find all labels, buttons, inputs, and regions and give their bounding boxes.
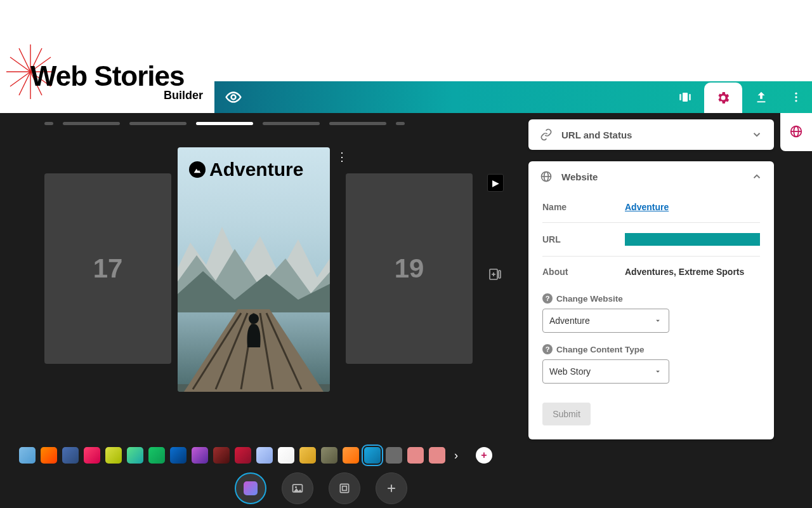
svg-rect-31 bbox=[499, 271, 501, 278]
svg-point-19 bbox=[795, 100, 797, 102]
svg-point-33 bbox=[295, 486, 297, 488]
swatch[interactable] bbox=[84, 447, 100, 464]
page-options[interactable]: ⋮ bbox=[336, 150, 349, 164]
url-status-section[interactable]: URL and Status bbox=[528, 119, 774, 150]
page-timeline[interactable] bbox=[44, 122, 405, 125]
swatch[interactable] bbox=[429, 447, 445, 464]
more-menu[interactable] bbox=[780, 81, 812, 113]
svg-rect-15 bbox=[689, 94, 691, 100]
svg-line-8 bbox=[10, 72, 30, 86]
svg-rect-35 bbox=[343, 486, 347, 491]
about-value: Adventures, Extreme Sports bbox=[625, 267, 760, 277]
change-content-select[interactable]: Web Story bbox=[542, 359, 669, 384]
svg-rect-13 bbox=[683, 93, 688, 102]
bottom-tools bbox=[235, 472, 407, 504]
help-icon[interactable]: ? bbox=[542, 344, 553, 354]
globe-icon bbox=[540, 170, 553, 183]
svg-line-7 bbox=[19, 72, 30, 95]
caret-down-icon bbox=[653, 367, 662, 376]
swatch[interactable] bbox=[256, 447, 273, 464]
website-section-header[interactable]: Website bbox=[528, 161, 774, 192]
add-page-button[interactable] bbox=[487, 265, 504, 283]
swatch[interactable] bbox=[407, 447, 424, 464]
swatch[interactable] bbox=[321, 447, 337, 464]
swatch[interactable] bbox=[364, 447, 381, 464]
swatch[interactable] bbox=[235, 447, 251, 464]
svg-rect-14 bbox=[679, 94, 681, 100]
swatch[interactable] bbox=[148, 447, 165, 464]
preview-button[interactable] bbox=[214, 81, 252, 113]
chevron-up-icon bbox=[751, 171, 763, 182]
svg-rect-16 bbox=[757, 101, 766, 102]
color-swatches: ›+ bbox=[19, 444, 508, 467]
globe-button[interactable] bbox=[789, 124, 803, 138]
carousel-tab[interactable] bbox=[666, 81, 704, 113]
page-thumb-prev[interactable]: 17 bbox=[44, 173, 171, 364]
next-page-button[interactable]: ▶ bbox=[487, 174, 504, 192]
mountain-icon bbox=[178, 204, 330, 312]
change-website-select[interactable]: Adventure bbox=[542, 309, 669, 333]
swatch[interactable] bbox=[386, 447, 402, 464]
add-element-tool[interactable] bbox=[376, 472, 407, 504]
change-website-label: ? Change Website bbox=[542, 293, 760, 304]
settings-panel: URL and Status Website Name Adventure UR… bbox=[522, 113, 780, 508]
caret-down-icon bbox=[653, 316, 662, 325]
story-brand: Adventure bbox=[189, 159, 303, 180]
name-label: Name bbox=[542, 202, 625, 212]
website-title: Website bbox=[561, 171, 742, 182]
swatch[interactable] bbox=[213, 447, 230, 464]
url-value[interactable] bbox=[625, 233, 760, 246]
url-status-title: URL and Status bbox=[561, 130, 742, 140]
svg-point-17 bbox=[795, 93, 797, 95]
swatch[interactable] bbox=[170, 447, 187, 464]
help-icon[interactable]: ? bbox=[542, 293, 553, 304]
swatch[interactable] bbox=[192, 447, 208, 464]
about-label: About bbox=[542, 267, 625, 277]
background-tool[interactable] bbox=[235, 472, 266, 504]
person-icon bbox=[244, 312, 264, 347]
swatch-add[interactable]: + bbox=[476, 447, 492, 464]
url-label: URL bbox=[542, 234, 625, 244]
swatch[interactable] bbox=[299, 447, 316, 464]
app-subtitle: Builder bbox=[164, 89, 203, 102]
swatch[interactable] bbox=[19, 447, 36, 464]
svg-line-11 bbox=[19, 48, 30, 72]
submit-button[interactable]: Submit bbox=[542, 403, 591, 425]
image-tool[interactable] bbox=[282, 472, 313, 504]
change-content-label: ? Change Content Type bbox=[542, 344, 760, 354]
chevron-down-icon bbox=[751, 129, 763, 140]
swatch[interactable] bbox=[278, 447, 294, 464]
header-bar bbox=[214, 81, 812, 113]
swatch[interactable] bbox=[127, 447, 143, 464]
page-thumb-current[interactable]: Adventure bbox=[178, 147, 330, 392]
svg-rect-34 bbox=[340, 484, 348, 492]
app-logo: Web Stories Builder bbox=[5, 25, 214, 102]
svg-line-10 bbox=[10, 57, 30, 72]
upload-button[interactable] bbox=[742, 81, 780, 113]
swatch[interactable] bbox=[105, 447, 122, 464]
swatch[interactable] bbox=[41, 447, 57, 464]
website-section: Website Name Adventure URL About Adventu… bbox=[528, 161, 774, 439]
swatch[interactable] bbox=[62, 447, 79, 464]
right-rail bbox=[780, 113, 812, 151]
svg-point-18 bbox=[795, 96, 797, 98]
settings-tab[interactable] bbox=[704, 83, 742, 113]
swatch-more[interactable]: › bbox=[454, 449, 458, 462]
swatch[interactable] bbox=[343, 447, 359, 464]
link-icon bbox=[540, 128, 553, 141]
name-value[interactable]: Adventure bbox=[625, 202, 760, 212]
svg-point-12 bbox=[232, 95, 236, 100]
page-thumb-next[interactable]: 19 bbox=[346, 173, 473, 364]
layout-tool[interactable] bbox=[329, 472, 360, 504]
svg-point-27 bbox=[249, 314, 259, 324]
app-title: Web Stories bbox=[30, 60, 184, 92]
